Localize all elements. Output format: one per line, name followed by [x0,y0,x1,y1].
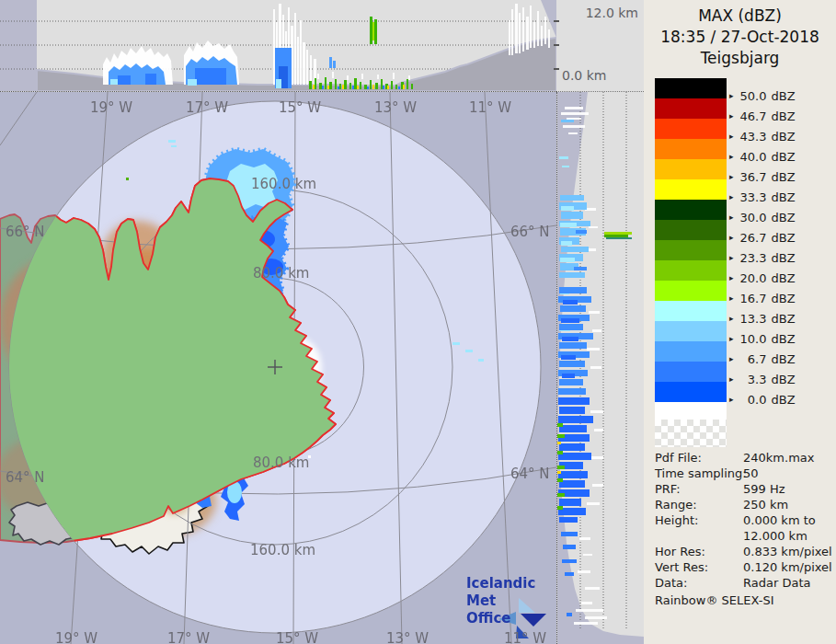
legend-below-scale [655,402,727,420]
lon-label-bottom: 19° W [55,630,97,644]
legend-color-band [655,200,727,220]
legend-datetime: 18:35 / 27-Oct-2018 [644,27,836,48]
axis-tick [554,44,559,46]
software-brand: Rainbow® SELEX-SI [655,593,774,607]
imo-logo-line2: Office [466,610,511,627]
range-ring-label: 80.0 km [253,265,309,282]
tick-arrow-icon: ▸ [729,314,734,323]
legend-scale-label: ▸40.0dBZ [729,150,796,164]
legend-scale-label: ▸43.3dBZ [729,130,796,144]
tick-arrow-icon: ▸ [729,192,734,201]
tick-arrow-icon: ▸ [729,233,734,242]
legend-color-band [655,139,727,159]
legend-scale-label: ▸16.7dBZ [729,292,796,305]
legend-color-band [655,362,727,382]
lon-label-bottom: 17° W [167,630,210,644]
tick-arrow-icon: ▸ [729,273,734,282]
legend-title: MAX (dBZ) [644,6,836,27]
altitude-min-label: 0.0 km [562,68,606,83]
tick-arrow-icon: ▸ [729,293,734,303]
lat-label-left: 66° N [6,224,45,240]
altitude-axis-corner: 12.0 km 0.0 km [556,0,644,92]
legend-color-band [655,260,727,281]
tick-arrow-icon: ▸ [729,152,734,161]
tick-arrow-icon: ▸ [729,213,734,222]
axis-tick [554,68,559,70]
lon-label-bottom: 13° W [386,630,429,644]
legend-scale-label: ▸0.0dBZ [729,393,796,407]
range-ring-label: 160.0 km [250,542,315,558]
range-ring-label: 80.0 km [253,454,309,471]
lon-label-bottom: 11° W [504,630,546,644]
legend-color-band [655,78,727,98]
imo-logo: Icelandic Met Office [466,575,558,627]
tick-arrow-icon: ▸ [729,132,734,141]
legend-color-band [655,301,727,321]
tick-arrow-icon: ▸ [729,374,734,384]
tick-arrow-icon: ▸ [729,253,734,262]
legend-color-band [655,281,727,301]
tick-arrow-icon: ▸ [729,334,734,343]
legend-scale-label: ▸46.7dBZ [729,109,796,123]
ns-cross-section-panel [556,92,644,644]
legend-color-band [655,98,727,119]
map-canvas [0,92,556,644]
ew-cross-section-canvas [0,0,556,91]
lon-label-top: 17° W [186,99,228,116]
legend-color-band [655,382,727,402]
legend-colorbar [655,78,727,402]
tick-arrow-icon: ▸ [729,172,734,181]
legend-scale-label: ▸50.0dBZ [729,89,796,103]
lat-label-right: 66° N [510,224,550,240]
legend-scale-label: ▸23.3dBZ [729,251,796,265]
legend-color-band [655,240,727,260]
legend-scale-label: ▸6.7dBZ [729,352,796,366]
legend-scale-label: ▸13.3dBZ [729,312,796,326]
legend-scale-label: ▸30.0dBZ [729,211,796,224]
legend-color-band [655,179,727,200]
legend-scale-label: ▸36.7dBZ [729,170,796,184]
legend-color-band [655,341,727,362]
legend-scale-label: ▸20.0dBZ [729,271,796,285]
tick-arrow-icon: ▸ [729,91,734,100]
tick-arrow-icon: ▸ [729,395,734,404]
legend-panel: MAX (dBZ) 18:35 / 27-Oct-2018 Teigsbjarg… [644,0,836,644]
axis-tick [554,20,559,22]
range-ring-label: 160.0 km [251,176,316,192]
legend-color-band [655,321,727,341]
lon-label-top: 15° W [279,99,321,116]
altitude-max-label: 12.0 km [586,6,638,20]
legend-color-band [655,119,727,139]
lat-label-left: 64° N [6,469,45,486]
legend-color-band [655,159,727,179]
radar-application-window: 12.0 km 0.0 km [0,0,836,644]
legend-scale-label: ▸33.3dBZ [729,190,796,204]
legend-scale-label: ▸26.7dBZ [729,231,796,245]
ew-cross-section-panel [0,0,556,92]
ns-cross-section-canvas [557,92,644,644]
lon-label-top: 19° W [90,99,132,116]
imo-logo-line1: Icelandic Met [466,575,535,609]
legend-station: Teigsbjarg [644,48,836,69]
tick-arrow-icon: ▸ [729,354,734,363]
map-panel: 19° W 17° W 15° W 13° W 11° W 19° W 17° … [0,92,556,644]
lon-label-top: 13° W [374,99,417,116]
legend-color-band [655,220,727,240]
lat-label-right: 64° N [510,466,550,482]
legend-scale-label: ▸10.0dBZ [729,332,796,346]
lon-label-top: 11° W [469,99,511,116]
tick-arrow-icon: ▸ [729,111,734,121]
transparency-checker [655,420,727,447]
legend-scale-label: ▸3.3dBZ [729,373,796,386]
lon-label-bottom: 15° W [276,630,318,644]
